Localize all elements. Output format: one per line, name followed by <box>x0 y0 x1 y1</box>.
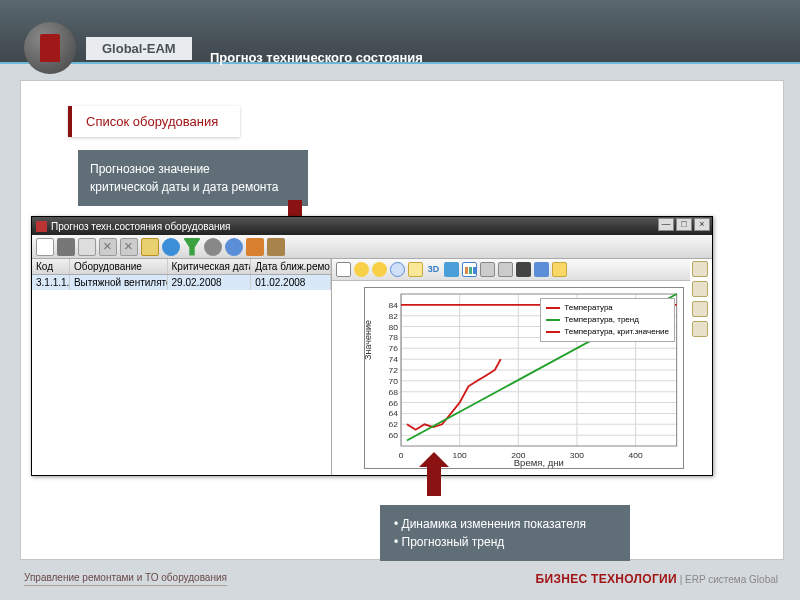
snapshot-icon[interactable] <box>516 262 531 277</box>
chart-toolbar: 3D <box>332 259 690 281</box>
mail-icon[interactable] <box>141 238 159 256</box>
new-icon[interactable] <box>36 238 54 256</box>
cell-next-repair: 01.02.2008 <box>251 275 331 290</box>
side-tool-icon[interactable] <box>692 281 708 297</box>
clipboard-icon[interactable] <box>408 262 423 277</box>
zoom-icon[interactable] <box>390 262 405 277</box>
side-tool-icon[interactable] <box>692 321 708 337</box>
col-code[interactable]: Код <box>32 259 70 274</box>
table-row[interactable]: 3.1.1.1. Вытяжной вентилятор ВКР-S 29.02… <box>32 275 331 290</box>
svg-text:62: 62 <box>388 420 398 429</box>
svg-text:68: 68 <box>388 388 398 397</box>
brand-name: Global-EAM <box>86 37 192 60</box>
maximize-button[interactable]: □ <box>676 218 692 231</box>
exit-icon[interactable] <box>267 238 285 256</box>
help-icon[interactable] <box>225 238 243 256</box>
svg-text:0: 0 <box>399 451 404 460</box>
svg-text:82: 82 <box>388 312 398 321</box>
table-header-row: Код Оборудование Критическая дата Дата б… <box>32 259 331 275</box>
chart-area: Значение 6062646668707274767880828401002… <box>364 287 684 469</box>
svg-text:74: 74 <box>388 355 398 364</box>
brand-block: Global-EAM <box>24 22 192 74</box>
settings-icon[interactable] <box>204 238 222 256</box>
chart-legend: Температура Температура, тренд Температу… <box>540 298 675 342</box>
arrow-down-icon <box>427 466 441 496</box>
filter-icon[interactable] <box>183 238 201 256</box>
edit-icon[interactable] <box>444 262 459 277</box>
close-button[interactable]: × <box>694 218 710 231</box>
callout-line: Прогнозное значение <box>90 160 296 178</box>
window-titlebar[interactable]: Прогноз техн.состояния оборудования — □ … <box>32 217 712 235</box>
window-title: Прогноз техн.состояния оборудования <box>51 221 230 232</box>
col-critical-date[interactable]: Критическая дата <box>168 259 252 274</box>
chart-type-icon[interactable] <box>462 262 477 277</box>
pointer-icon[interactable] <box>336 262 351 277</box>
preview-icon[interactable] <box>498 262 513 277</box>
chart-side-toolbar <box>692 261 710 337</box>
svg-text:Время, дни: Время, дни <box>514 458 564 468</box>
legend-item: Температура, крит.значение <box>546 326 669 338</box>
side-tool-icon[interactable] <box>692 261 708 277</box>
callout-line: • Прогнозный тренд <box>394 533 616 551</box>
open-icon[interactable] <box>552 262 567 277</box>
svg-text:72: 72 <box>388 366 398 375</box>
svg-text:78: 78 <box>388 334 398 343</box>
chart-y-label: Значение <box>363 320 373 360</box>
equipment-table: Код Оборудование Критическая дата Дата б… <box>32 259 332 475</box>
col-equipment[interactable]: Оборудование <box>70 259 168 274</box>
cell-code: 3.1.1.1. <box>32 275 70 290</box>
3d-toggle-icon[interactable]: 3D <box>426 262 441 277</box>
callout-dynamics: • Динамика изменения показателя • Прогно… <box>380 505 630 561</box>
side-tool-icon[interactable] <box>692 301 708 317</box>
svg-text:76: 76 <box>388 344 398 353</box>
brand-logo-icon <box>24 22 76 74</box>
copy-icon[interactable] <box>78 238 96 256</box>
save-icon[interactable] <box>534 262 549 277</box>
callout-forecast-date: Прогнозное значение критической даты и д… <box>78 150 308 206</box>
callout-line: критической даты и дата ремонта <box>90 178 296 196</box>
app-window: Прогноз техн.состояния оборудования — □ … <box>31 216 713 476</box>
svg-text:80: 80 <box>388 323 398 332</box>
svg-text:64: 64 <box>388 410 398 419</box>
legend-item: Температура <box>546 302 669 314</box>
page-title: Прогноз технического состояния <box>210 50 423 65</box>
legend-label: Температура, тренд <box>564 314 639 326</box>
footer-subtitle: Управление ремонтами и ТО оборудования <box>24 572 227 586</box>
callout-line: • Динамика изменения показателя <box>394 515 616 533</box>
svg-text:400: 400 <box>629 451 644 460</box>
legend-label: Температура <box>564 302 612 314</box>
reference-icon[interactable] <box>246 238 264 256</box>
svg-text:300: 300 <box>570 451 585 460</box>
col-next-repair[interactable]: Дата ближ.ремонта <box>251 259 331 274</box>
footer-company: БИЗНЕС ТЕХНОЛОГИИ <box>536 572 677 586</box>
svg-text:66: 66 <box>388 399 398 408</box>
redo-icon[interactable] <box>372 262 387 277</box>
callout-equipment-list: Список оборудования <box>68 106 240 137</box>
legend-label: Температура, крит.значение <box>564 326 669 338</box>
footer-product: ERP система Global <box>685 574 778 585</box>
cell-equipment: Вытяжной вентилятор ВКР-S <box>70 275 168 290</box>
cut-icon[interactable] <box>99 238 117 256</box>
cancel-icon[interactable] <box>120 238 138 256</box>
svg-text:70: 70 <box>388 377 398 386</box>
svg-text:60: 60 <box>388 431 398 440</box>
minimize-button[interactable]: — <box>658 218 674 231</box>
svg-text:100: 100 <box>453 451 468 460</box>
undo-icon[interactable] <box>354 262 369 277</box>
footer-brand: БИЗНЕС ТЕХНОЛОГИИ | ERP система Global <box>536 572 778 586</box>
footer-sep: | <box>677 574 685 585</box>
app-icon <box>36 221 47 232</box>
main-toolbar <box>32 235 712 259</box>
cell-critical-date: 29.02.2008 <box>168 275 252 290</box>
svg-text:84: 84 <box>388 301 398 310</box>
refresh-icon[interactable] <box>162 238 180 256</box>
chart-pane: 3D Значение 6062646668707274767880828401… <box>332 259 712 475</box>
delete-icon[interactable] <box>57 238 75 256</box>
print-icon[interactable] <box>480 262 495 277</box>
legend-item: Температура, тренд <box>546 314 669 326</box>
